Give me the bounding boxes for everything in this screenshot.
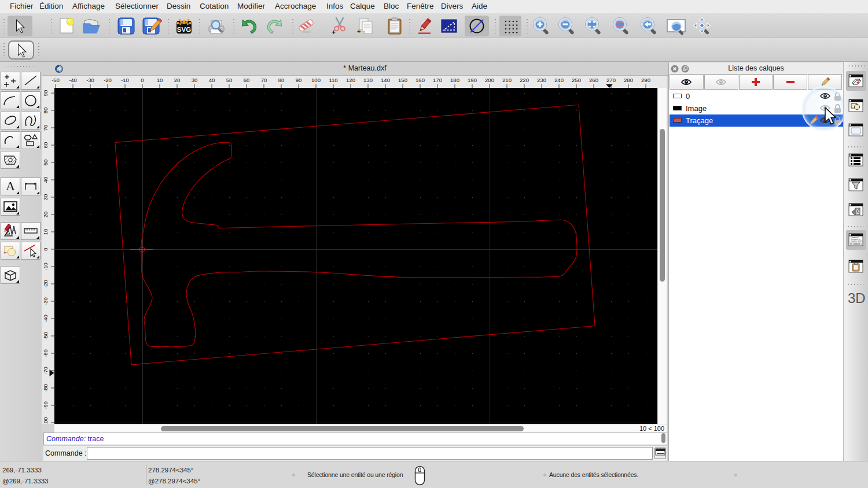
svg-text:-50: -50 <box>52 77 60 83</box>
svg-text:80: 80 <box>42 108 49 114</box>
svg-text:130: 130 <box>363 77 373 83</box>
svg-text:-90: -90 <box>42 401 49 409</box>
svg-text:-10: -10 <box>121 77 129 83</box>
svg-text:120: 120 <box>346 77 355 83</box>
svg-text:190: 190 <box>468 77 477 83</box>
svg-text:30: 30 <box>192 77 198 83</box>
svg-text:SVG: SVG <box>177 26 191 33</box>
svg-text:-10: -10 <box>42 263 49 271</box>
svg-text:-20: -20 <box>42 280 49 288</box>
svg-text:180: 180 <box>450 77 459 83</box>
svg-text:c : command: c : command <box>851 243 860 245</box>
svg-text:30: 30 <box>42 194 49 201</box>
svg-text:-40: -40 <box>69 77 77 83</box>
svg-text:0: 0 <box>42 247 49 250</box>
svg-text:-80: -80 <box>42 384 49 392</box>
svg-text:250: 250 <box>572 77 581 83</box>
svg-text:270: 270 <box>606 77 616 83</box>
svg-text:-60: -60 <box>42 349 49 357</box>
svg-text:170: 170 <box>433 77 442 83</box>
svg-text:230: 230 <box>537 77 546 83</box>
svg-text:60: 60 <box>42 142 49 149</box>
svg-text:-30: -30 <box>86 77 94 83</box>
svg-text:+: + <box>357 28 361 35</box>
svg-text:70: 70 <box>42 125 49 131</box>
svg-text:150: 150 <box>398 77 407 83</box>
svg-text:50: 50 <box>42 160 49 166</box>
svg-text:200: 200 <box>485 77 494 83</box>
svg-text:90: 90 <box>42 90 49 97</box>
svg-text:-20: -20 <box>104 77 112 83</box>
svg-text:240: 240 <box>554 77 564 83</box>
svg-text:40: 40 <box>209 77 215 83</box>
svg-text:0: 0 <box>141 77 144 83</box>
svg-text:280: 280 <box>624 77 633 83</box>
svg-text:80: 80 <box>278 77 285 83</box>
svg-text:290: 290 <box>641 77 650 83</box>
svg-text:10: 10 <box>42 229 49 235</box>
svg-text:50: 50 <box>226 77 233 83</box>
svg-text:10: 10 <box>157 77 163 83</box>
svg-text:60: 60 <box>244 77 250 83</box>
svg-text:A: A <box>6 179 15 193</box>
svg-text:110: 110 <box>329 77 337 83</box>
svg-text:40: 40 <box>42 177 49 183</box>
svg-text:-30: -30 <box>42 297 49 305</box>
svg-text:20: 20 <box>174 77 181 83</box>
svg-text:-100: -100 <box>42 417 49 424</box>
svg-text:-40: -40 <box>42 315 49 323</box>
svg-text:220: 220 <box>520 77 529 83</box>
svg-text:100: 100 <box>311 77 321 83</box>
svg-text:-70: -70 <box>42 367 49 375</box>
svg-text:260: 260 <box>589 77 598 83</box>
svg-text:160: 160 <box>415 77 425 83</box>
svg-text:20: 20 <box>42 212 49 218</box>
svg-text:210: 210 <box>502 77 512 83</box>
svg-text:-50: -50 <box>42 332 49 340</box>
svg-text:70: 70 <box>261 77 267 83</box>
svg-text:Coordonn: 10,61: Coordonn: 10,61 <box>851 240 862 242</box>
svg-text:90: 90 <box>296 77 302 83</box>
svg-text:140: 140 <box>381 77 390 83</box>
svg-text:+: + <box>332 28 336 35</box>
